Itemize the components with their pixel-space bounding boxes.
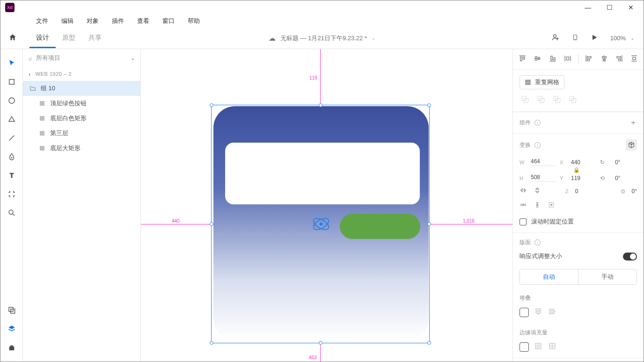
stack-enable-checkbox[interactable] [520, 308, 529, 317]
lock-aspect-icon[interactable]: 🔒 [520, 167, 634, 173]
window-minimize[interactable]: ― [577, 0, 599, 14]
3d-transform-button[interactable] [626, 139, 637, 151]
window-maximize[interactable]: ☐ [599, 0, 620, 14]
align-right-icon[interactable] [615, 54, 624, 65]
svg-rect-51 [549, 203, 553, 207]
bool-exclude-icon[interactable] [568, 95, 577, 105]
tool-artboard[interactable] [0, 185, 23, 203]
resize-handle[interactable] [427, 103, 431, 107]
x-input[interactable]: 440 [571, 159, 596, 166]
menu-view[interactable]: 查看 [131, 15, 156, 27]
add-component-button[interactable]: ＋ [629, 118, 637, 128]
flip-h-icon[interactable] [520, 187, 527, 195]
tool-text[interactable] [0, 166, 23, 185]
menu-help[interactable]: 帮助 [181, 15, 206, 27]
selection-box[interactable] [211, 105, 430, 343]
device-preview-icon[interactable] [572, 33, 578, 43]
svg-rect-42 [528, 83, 530, 85]
layer-item[interactable]: 底层大矩形 [23, 141, 140, 156]
tool-ellipse[interactable] [0, 91, 23, 110]
layout-section-label: 版面 [520, 239, 531, 246]
resize-handle[interactable] [319, 341, 322, 345]
tool-select[interactable] [0, 54, 23, 72]
menu-edit[interactable]: 编辑 [55, 15, 80, 27]
layer-group[interactable]: 组 10 [23, 81, 140, 96]
resize-handle[interactable] [210, 222, 213, 226]
resize-handle[interactable] [319, 103, 322, 107]
resize-mode-segment[interactable]: 自动 手动 [520, 269, 637, 285]
layer-label: 顶层绿色按钮 [50, 99, 87, 108]
play-icon[interactable] [591, 34, 598, 43]
rotation-y-input[interactable]: 0° [615, 175, 634, 181]
layer-breadcrumb[interactable]: ‹ WEB 1920 – 2 [23, 67, 140, 81]
layer-search[interactable]: ⌕ 所有项目 ⌄ [23, 49, 140, 67]
layer-item[interactable]: 顶层绿色按钮 [23, 96, 140, 111]
bool-subtract-icon[interactable] [536, 95, 545, 105]
tab-design[interactable]: 设计 [29, 29, 56, 48]
guide-label: 453 [309, 355, 317, 360]
stack-v-icon[interactable] [534, 307, 543, 318]
left-toolbar [0, 49, 23, 362]
tool-pen[interactable] [0, 147, 23, 166]
bool-union-icon[interactable] [520, 95, 529, 105]
resize-handle[interactable] [210, 103, 213, 107]
invite-icon[interactable] [551, 33, 560, 43]
rotation-z-input[interactable]: 0° [632, 188, 637, 195]
fix-scroll-checkbox[interactable] [520, 218, 527, 225]
padding-separate-icon[interactable] [548, 341, 557, 352]
svg-point-0 [553, 35, 556, 37]
tab-prototype[interactable]: 原型 [56, 29, 82, 48]
flip-v-icon[interactable] [534, 187, 541, 195]
back-icon[interactable]: ‹ [29, 71, 31, 78]
stack-h-icon[interactable] [548, 307, 557, 318]
home-button[interactable] [4, 33, 21, 43]
repeat-grid-button[interactable]: 重复网格 [520, 75, 564, 89]
rotation-input[interactable]: 0° [615, 159, 634, 166]
tool-line[interactable] [0, 129, 23, 147]
resize-handle[interactable] [427, 341, 431, 345]
distribute-h-icon[interactable] [629, 54, 639, 65]
padding-enable-checkbox[interactable] [520, 342, 529, 352]
canvas[interactable]: 119 440 1,016 453 [141, 49, 512, 362]
info-icon[interactable]: i [534, 120, 541, 126]
window-close[interactable]: ✕ [620, 0, 642, 14]
padding-uniform-icon[interactable] [534, 341, 543, 352]
distribute-v-icon[interactable] [563, 54, 572, 65]
responsive-h-icon[interactable] [520, 201, 527, 210]
panel-plugins[interactable] [0, 338, 23, 357]
menu-file[interactable]: 文件 [29, 15, 55, 27]
svg-rect-11 [9, 347, 14, 350]
segment-manual[interactable]: 手动 [578, 269, 637, 284]
responsive-v-icon[interactable] [534, 201, 541, 210]
menu-window[interactable]: 窗口 [156, 15, 181, 27]
menu-object[interactable]: 对象 [80, 15, 105, 27]
align-hcenter-icon[interactable] [600, 54, 609, 65]
align-left-icon[interactable] [584, 54, 593, 65]
focal-icon[interactable] [548, 201, 555, 210]
panel-layers[interactable] [0, 319, 23, 338]
zoom-control[interactable]: 100%⌄ [610, 35, 634, 42]
tool-zoom[interactable] [0, 203, 23, 222]
info-icon[interactable]: i [534, 142, 541, 148]
align-top-icon[interactable] [518, 54, 527, 65]
resize-handle[interactable] [427, 222, 431, 226]
tool-polygon[interactable] [0, 110, 23, 129]
tool-rectangle[interactable] [0, 72, 23, 91]
resize-handle[interactable] [210, 341, 213, 345]
align-bottom-icon[interactable] [548, 54, 557, 65]
z-input[interactable]: 0 [575, 188, 578, 195]
height-input[interactable]: 508 [531, 174, 556, 182]
layer-item[interactable]: 底层白色矩形 [23, 111, 140, 126]
align-vcenter-icon[interactable] [533, 54, 542, 65]
width-input[interactable]: 464 [531, 158, 556, 166]
y-input[interactable]: 119 [571, 175, 596, 181]
document-title[interactable]: ☁ 无标题 — 1月21日下午9.23.22 * ⌄ [269, 34, 375, 43]
segment-auto[interactable]: 自动 [520, 269, 578, 284]
info-icon[interactable]: i [534, 239, 541, 246]
layer-item[interactable]: 第三层 [23, 126, 140, 141]
bool-intersect-icon[interactable] [552, 95, 561, 105]
menu-plugins[interactable]: 插件 [105, 15, 131, 27]
panel-assets[interactable] [0, 301, 23, 319]
responsive-toggle[interactable] [623, 253, 637, 261]
tab-share[interactable]: 共享 [82, 29, 108, 48]
